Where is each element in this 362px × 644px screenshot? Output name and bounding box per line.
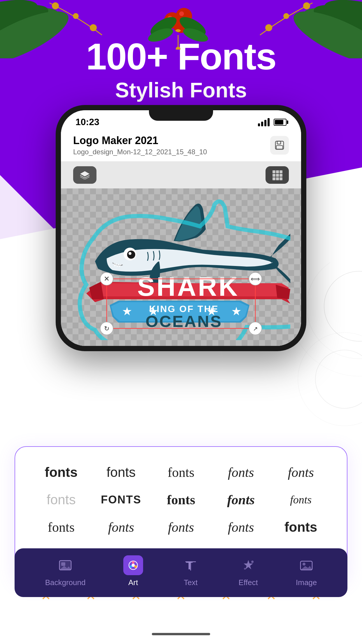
svg-text:↗: ↗ (253, 326, 258, 332)
phone-mockup: 10:23 Logo Maker 2021 Logo_design_Mon-12… (56, 105, 306, 351)
svg-text:OCEANS: OCEANS (145, 312, 222, 330)
nav-item-effect[interactable]: Effect (238, 555, 258, 587)
font-cell-1-5[interactable]: fonts (272, 461, 329, 483)
headline-block: 100+ Fonts Stylish Fonts (0, 38, 362, 102)
svg-rect-32 (276, 146, 283, 149)
effect-icon-wrap (238, 555, 258, 575)
svg-rect-41 (280, 177, 282, 180)
nav-item-art[interactable]: Art (123, 555, 143, 587)
svg-text:★: ★ (122, 305, 132, 318)
battery-icon (274, 119, 287, 126)
svg-point-73 (251, 561, 254, 563)
svg-point-69 (131, 564, 135, 567)
svg-text:★: ★ (231, 305, 242, 318)
svg-point-28 (315, 350, 362, 408)
nav-label-background: Background (45, 578, 86, 587)
canvas-toolbar (61, 162, 301, 188)
font-cell-2-1[interactable]: fonts (33, 489, 90, 510)
svg-rect-63 (61, 562, 65, 566)
svg-point-29 (298, 332, 362, 426)
svg-point-66 (132, 561, 134, 564)
svg-point-25 (324, 271, 362, 341)
font-cell-1-4[interactable]: fonts (212, 461, 270, 483)
font-cell-1-2[interactable]: fonts (93, 461, 150, 483)
nav-label-art: Art (128, 578, 138, 587)
phone-outer: 10:23 Logo Maker 2021 Logo_design_Mon-12… (56, 105, 306, 351)
svg-marker-77 (301, 566, 312, 570)
nav-item-background[interactable]: Background (45, 555, 86, 587)
art-icon-wrap (123, 555, 143, 575)
font-cell-2-2[interactable]: FONTS (93, 489, 150, 510)
svg-point-44 (129, 252, 131, 255)
app-header: Logo Maker 2021 Logo_design_Mon-12_12_20… (61, 130, 301, 162)
signal-bars (258, 118, 270, 126)
font-cell-3-4[interactable]: fonts (212, 516, 270, 538)
svg-text:T: T (186, 559, 193, 572)
svg-text:⟺: ⟺ (251, 275, 260, 283)
nav-item-image[interactable]: Image (296, 555, 317, 587)
svg-text:✕: ✕ (104, 275, 110, 283)
font-cell-3-3[interactable]: fonts (152, 516, 210, 538)
svg-rect-34 (276, 170, 279, 173)
layers-button[interactable] (73, 166, 96, 184)
text-icon-wrap: T (181, 555, 201, 575)
font-cell-1-1[interactable]: fonts (33, 461, 90, 483)
canvas-area[interactable]: SHARK ★ ★ ★ ★ KING OF THE OCEANS (61, 188, 301, 346)
svg-rect-36 (273, 174, 275, 177)
save-button[interactable] (270, 136, 289, 155)
image-icon-wrap (296, 555, 316, 575)
font-cell-1-3[interactable]: fonts (152, 461, 210, 483)
font-cell-3-2[interactable]: fonts (93, 516, 150, 538)
svg-point-26 (307, 262, 362, 359)
nav-item-text[interactable]: T Text (181, 555, 201, 587)
svg-rect-31 (277, 141, 281, 144)
phone-screen: 10:23 Logo Maker 2021 Logo_design_Mon-12… (61, 110, 301, 346)
font-cell-3-1[interactable]: fonts (33, 516, 90, 538)
shark-logo: SHARK ★ ★ ★ ★ KING OF THE OCEANS (72, 194, 290, 340)
svg-point-43 (127, 251, 135, 259)
svg-text:SHARK: SHARK (137, 272, 239, 301)
font-cell-3-5[interactable]: fonts (272, 516, 329, 538)
svg-rect-39 (273, 177, 275, 180)
headline-sub: Stylish Fonts (0, 78, 362, 102)
svg-text:↻: ↻ (104, 325, 109, 332)
svg-rect-38 (280, 174, 282, 177)
svg-rect-35 (280, 170, 282, 173)
headline-main: 100+ Fonts (0, 38, 362, 75)
svg-point-76 (303, 563, 305, 566)
font-cell-2-4[interactable]: fonts (212, 489, 270, 510)
nav-label-effect: Effect (239, 578, 258, 587)
svg-rect-37 (276, 174, 279, 177)
font-cell-2-3[interactable]: fonts (152, 489, 210, 510)
nav-label-image: Image (296, 578, 317, 587)
background-icon-wrap (55, 555, 75, 575)
status-right (258, 118, 287, 126)
bottom-nav: Background Art T Text (15, 548, 347, 597)
svg-rect-40 (276, 177, 279, 180)
font-cell-2-5[interactable]: fonts (272, 489, 329, 510)
app-title: Logo Maker 2021 (73, 134, 207, 147)
status-time: 10:23 (75, 117, 99, 127)
svg-rect-33 (273, 170, 275, 173)
nav-label-text: Text (184, 578, 198, 587)
app-filename: Logo_design_Mon-12_12_2021_15_48_10 (73, 148, 207, 156)
home-indicator (152, 633, 210, 635)
svg-point-74 (244, 568, 246, 570)
grid-button[interactable] (266, 166, 289, 184)
